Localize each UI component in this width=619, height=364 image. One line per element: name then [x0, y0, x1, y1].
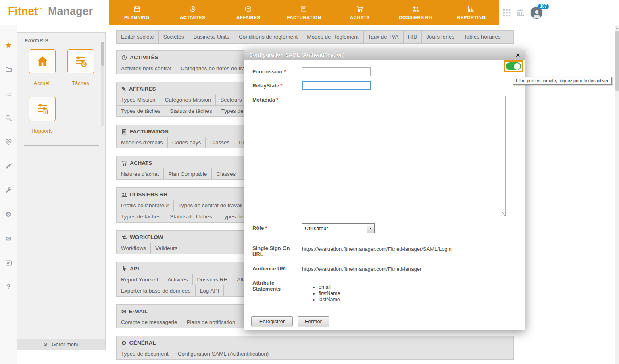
wrench-icon [5, 187, 12, 194]
config-link-jours-feries[interactable]: Jours fériés [422, 31, 459, 43]
nav-planning[interactable]: PLANNING [109, 0, 165, 25]
caret-down-icon[interactable]: ▼ [367, 224, 374, 233]
audience-uri-value: https://evaluation.fitnetmanager.com/Fit… [302, 266, 421, 272]
brush-icon [5, 163, 12, 170]
config-link-secteurs[interactable]: Secteurs [216, 94, 246, 105]
config-link-valideurs[interactable]: Valideurs [151, 243, 182, 254]
config-link-classes[interactable]: Classes [212, 168, 240, 179]
favorite-rapports[interactable]: Rapports [23, 97, 61, 134]
nav-reporting[interactable]: REPORTING [444, 0, 499, 25]
app-logo[interactable]: Fitnet™ Manager [8, 5, 93, 18]
role-select[interactable]: Utilisateur ▼ [302, 223, 375, 233]
config-link-profils-collaborateur[interactable]: Profils collaborateur [117, 200, 174, 211]
config-link-exporter-la-base-de-donnees[interactable]: Exporter la base de données [117, 285, 196, 296]
config-link-classes[interactable]: Classes [206, 137, 234, 148]
favorites-scrollbar-thumb[interactable] [101, 42, 104, 66]
textarea-resize-handle[interactable] [502, 212, 505, 216]
config-link-plan-comptable[interactable]: Plan Comptable [164, 168, 212, 179]
tool-health[interactable] [0, 130, 17, 154]
nav-affaires[interactable]: AFFAIRES [221, 0, 276, 25]
config-link-types-de-taches[interactable]: Types de tâches [117, 211, 165, 222]
metadata-textarea[interactable] [302, 96, 506, 216]
tool-list[interactable] [0, 81, 17, 106]
config-link-modeles-d-emails[interactable]: Modèles d'emails [117, 137, 168, 148]
config-link-taux-de-tva[interactable]: Taux de TVA [364, 31, 404, 43]
config-link-editer-societe[interactable]: Editer société [117, 31, 159, 43]
nav-label: PLANNING [124, 15, 149, 20]
apps-grid-icon[interactable] [502, 8, 511, 17]
nav-label: REPORTING [457, 15, 486, 20]
config-link-rib[interactable]: RIB [404, 31, 422, 43]
cancel-button[interactable]: Fermer [298, 316, 329, 326]
favorites-scrollbar[interactable] [101, 42, 104, 126]
bank-icon[interactable] [516, 8, 525, 17]
tool-folder[interactable] [0, 57, 17, 81]
config-link-categories-mission[interactable]: Catégories Mission [160, 94, 216, 105]
favorite-tile[interactable] [67, 49, 94, 73]
fournisseur-input[interactable] [302, 67, 371, 76]
nav-label: ACTIVITÉS [180, 15, 205, 20]
attribute-item: email [319, 284, 340, 291]
config-link-types-de-contrat-de-travail[interactable]: Types de contrat de travail [174, 200, 247, 211]
config-link-types-mission[interactable]: Types Mission [117, 94, 160, 105]
relaystate-input[interactable] [302, 81, 371, 90]
config-link-natures-d-achat[interactable]: Natures d'achat [117, 168, 164, 179]
calendar-icon [133, 6, 140, 13]
nav-achats[interactable]: ACHATS [332, 0, 388, 25]
section-title: WORKFLOW [130, 234, 163, 241]
tool-wrench[interactable] [0, 178, 17, 202]
tool-message[interactable] [0, 251, 17, 275]
nav-label: DOSSIERS RH [399, 15, 432, 20]
tool-mail[interactable]: ✉ [0, 227, 17, 251]
nav-label: ACHATS [350, 15, 370, 20]
tool-settings[interactable]: ⚙ [0, 202, 17, 227]
config-link-log-api[interactable]: Log API [196, 285, 224, 296]
cube-icon [245, 6, 252, 13]
page-scrollbar[interactable]: ▲ [615, 25, 619, 364]
scroll-up-arrow[interactable]: ▲ [615, 25, 619, 30]
nav-dossiers-rh[interactable]: DOSSIERS RH [388, 0, 443, 25]
config-link-categories-de-notes-de-frais[interactable]: Catégories de notes de frais [176, 63, 254, 74]
config-link-types-de-document[interactable]: Types de document [117, 348, 173, 359]
config-link-modes-de-reglement[interactable]: Modes de Règlement [302, 31, 363, 43]
tool-search[interactable] [0, 106, 17, 130]
config-link-compte-de-messagerie[interactable]: Compte de messagerie [117, 317, 182, 328]
config-link-business-units[interactable]: Business Units [189, 31, 234, 43]
save-button[interactable]: Enregistrer [251, 316, 293, 326]
favorite-tile[interactable] [29, 49, 56, 73]
manage-menu-button[interactable]: ⚙ Gérer menu [17, 339, 105, 350]
page-scrollbar-thumb[interactable] [615, 31, 619, 91]
config-link-statuts-de-taches[interactable]: Statuts de tâches [165, 211, 217, 222]
config-link-statuts-de-taches[interactable]: Statuts de tâches [165, 106, 217, 116]
gears-icon: ⚙ [5, 210, 11, 219]
config-link-configuration-saml-authentification[interactable]: Configuration SAML (Authentification) [173, 348, 273, 359]
config-link-codes-pays[interactable]: Codes pays [168, 137, 206, 148]
config-link-workflows[interactable]: Workflows [117, 243, 151, 254]
required-marker: * [284, 69, 286, 75]
tool-help[interactable]: ? [0, 275, 17, 299]
config-link-societes[interactable]: Sociétés [159, 31, 189, 43]
tool-brush[interactable] [0, 154, 17, 178]
nav-facturation[interactable]: FACTURATION [276, 0, 332, 25]
metadata-label: Metadata* [252, 97, 298, 103]
config-link-activites[interactable]: Activités [163, 274, 192, 285]
nav-activites[interactable]: ACTIVITÉS [165, 0, 220, 25]
role-select-value: Utilisateur [302, 224, 367, 233]
favorite-tile[interactable] [29, 97, 56, 121]
toggle-on-switch[interactable] [506, 62, 521, 70]
filter-toggle[interactable] [504, 60, 523, 72]
config-link-types-de-taches[interactable]: Types de tâches [117, 106, 165, 116]
config-link-dossiers-rh[interactable]: Dossiers RH [193, 274, 233, 285]
user-avatar[interactable]: 107 [530, 6, 543, 19]
config-link-report-yourself[interactable]: Report Yourself [117, 274, 163, 285]
close-icon[interactable]: ✕ [515, 52, 520, 58]
favorite-taches[interactable]: Tâches [61, 49, 100, 86]
config-link-plans-de-notification[interactable]: Plans de notification [182, 317, 240, 328]
notification-badge[interactable]: 107 [538, 4, 549, 9]
config-link-conditions-de-reglement[interactable]: Conditions de règlement [234, 31, 302, 43]
config-link-activites-hors-contrat[interactable]: Activités hors contrat [117, 63, 176, 74]
modal-titlebar[interactable]: Configuration SAML (Authentification) ✕ [244, 50, 525, 60]
favorite-accueil[interactable]: Accueil [23, 49, 61, 86]
config-link-tables-horaires[interactable]: Tables horaires [459, 31, 506, 43]
tool-favorites[interactable]: ★ [0, 33, 17, 57]
